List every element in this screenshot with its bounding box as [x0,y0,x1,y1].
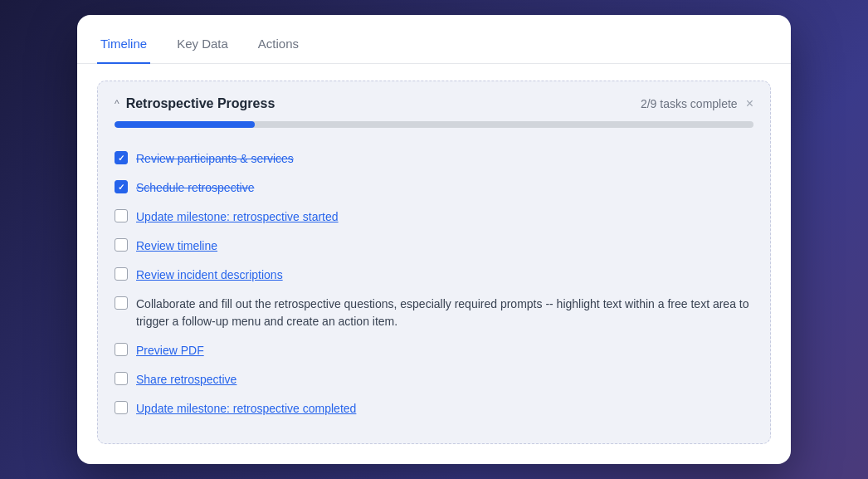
task-checkbox[interactable] [115,151,128,164]
task-checkbox[interactable] [115,238,128,252]
task-item: Update milestone: retrospective complete… [115,394,753,423]
task-list: Review participants & servicesSchedule r… [115,144,753,423]
task-item: Review timeline [115,232,753,261]
task-item: Schedule retrospective [115,174,753,203]
task-label[interactable]: Review participants & services [136,150,294,168]
task-label[interactable]: Review incident descriptions [136,266,283,284]
tab-timeline[interactable]: Timeline [97,30,150,64]
tasks-complete-label: 2/9 tasks complete [641,97,738,110]
task-checkbox[interactable] [115,372,128,385]
tab-bar: Timeline Key Data Actions [77,15,791,64]
tab-actions[interactable]: Actions [255,30,302,64]
progress-section: ^ Retrospective Progress 2/9 tasks compl… [97,81,771,444]
progress-header: ^ Retrospective Progress 2/9 tasks compl… [115,96,753,111]
task-checkbox[interactable] [115,343,128,356]
tab-key-data[interactable]: Key Data [173,30,232,64]
close-icon[interactable]: × [746,97,753,110]
progress-bar-container [115,121,753,128]
task-item: Update milestone: retrospective started [115,203,753,232]
task-label[interactable]: Schedule retrospective [136,179,254,197]
task-item: Preview PDF [115,336,753,365]
task-item: Collaborate and fill out the retrospecti… [115,290,753,336]
task-label[interactable]: Review timeline [136,237,217,255]
card-body: ^ Retrospective Progress 2/9 tasks compl… [77,64,791,464]
task-item: Review incident descriptions [115,261,753,290]
task-checkbox[interactable] [115,180,128,193]
task-label: Collaborate and fill out the retrospecti… [136,296,753,330]
progress-title: Retrospective Progress [126,96,276,111]
chevron-up-icon[interactable]: ^ [115,98,119,110]
task-label[interactable]: Update milestone: retrospective complete… [136,400,356,418]
task-item: Review participants & services [115,144,753,174]
progress-bar-fill [115,121,255,128]
task-label[interactable]: Update milestone: retrospective started [136,208,339,226]
task-checkbox[interactable] [115,401,128,414]
progress-status-row: 2/9 tasks complete × [641,97,753,110]
progress-title-row: ^ Retrospective Progress [115,96,275,111]
task-checkbox[interactable] [115,267,128,281]
task-checkbox[interactable] [115,296,128,310]
task-label[interactable]: Preview PDF [136,342,204,359]
main-card: Timeline Key Data Actions ^ Retrospectiv… [77,15,791,464]
task-checkbox[interactable] [115,209,128,222]
task-item: Share retrospective [115,365,753,394]
task-label[interactable]: Share retrospective [136,371,237,389]
